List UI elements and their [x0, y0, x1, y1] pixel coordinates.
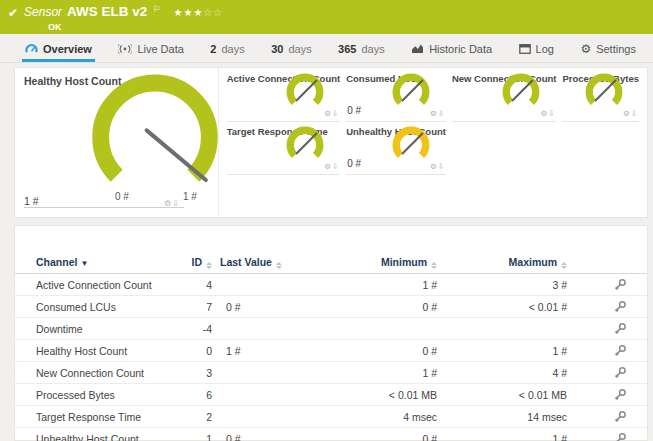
small-gauge-grid: Active Connection Count ⚙⇩ Consumed LCUs…: [219, 68, 647, 217]
column-header-maximum[interactable]: Maximum: [437, 256, 567, 269]
gauge-tile[interactable]: Target Response Time ⚙⇩: [227, 122, 340, 175]
gauge-value: 0 #: [347, 105, 361, 116]
table-row[interactable]: Downtime -4: [15, 318, 647, 340]
edit-channel-icon[interactable]: [614, 322, 627, 335]
edit-channel-icon[interactable]: [614, 300, 627, 313]
tab-live-data[interactable]: Live Data: [115, 38, 186, 62]
pin-icon[interactable]: ⇩: [332, 109, 339, 118]
channel-name: Downtime: [36, 323, 184, 335]
channel-maximum: 14 msec: [437, 411, 567, 423]
broadcast-icon: [118, 44, 132, 54]
sort-caret-icon: ▼: [80, 259, 88, 268]
channel-minimum: 0 #: [302, 433, 437, 441]
table-row[interactable]: New Connection Count 3 1 # 4 #: [15, 362, 647, 384]
table-row[interactable]: Processed Bytes 6 < 0.01 MB < 0.01 MB: [15, 384, 647, 406]
sensor-header: ✔ Sensor AWS ELB v2 ⚐ ★★★☆☆ OK: [0, 0, 653, 34]
gear-icon[interactable]: ⚙: [324, 162, 332, 171]
channel-minimum: 4 msec: [302, 411, 437, 423]
channel-name: Consumed LCUs: [36, 301, 184, 313]
channel-maximum: 1 #: [437, 433, 567, 441]
channel-name: Healthy Host Count: [36, 345, 184, 357]
gauge-needle: [512, 80, 533, 101]
priority-stars[interactable]: ★★★☆☆: [173, 6, 223, 20]
main-gauge-arc: [101, 83, 210, 176]
priority-flag-icon[interactable]: ⚐: [152, 2, 160, 16]
gauge-needle: [402, 80, 423, 101]
gauge-tile[interactable]: New Connection Count ⚙⇩: [452, 69, 557, 122]
channel-minimum: < 0.01 MB: [302, 389, 437, 401]
table-row[interactable]: Active Connection Count 4 1 # 3 #: [15, 274, 647, 296]
column-header-id[interactable]: ID: [184, 256, 212, 269]
column-header-minimum[interactable]: Minimum: [302, 256, 437, 269]
table-header-row: Channel▼ ID Last Value Minimum Maximum: [15, 251, 647, 274]
channel-id: 4: [184, 279, 212, 291]
primary-gauge-tile[interactable]: Healthy Host Count 1 # 0 # 1 # ⚙⇩: [15, 68, 219, 217]
edit-channel-icon[interactable]: [614, 344, 627, 357]
tab-label: Overview: [43, 43, 92, 55]
gear-icon[interactable]: ⚙: [623, 109, 631, 118]
table-row[interactable]: Unhealthy Host Count 1 0 # 0 # 1 #: [15, 428, 647, 441]
channel-maximum: 4 #: [437, 367, 567, 379]
gear-icon[interactable]: ⚙: [430, 109, 438, 118]
gauge-tile[interactable]: Active Connection Count ⚙⇩: [227, 69, 340, 122]
tab-365-days[interactable]: 365 days: [335, 38, 388, 62]
object-kind-label: Sensor: [24, 5, 62, 19]
edit-channel-icon[interactable]: [614, 388, 627, 401]
tab-label: 365: [338, 43, 356, 55]
pin-icon[interactable]: ⇩: [631, 109, 638, 118]
column-header-last-value[interactable]: Last Value: [212, 256, 302, 269]
edit-channel-icon[interactable]: [614, 366, 627, 379]
tab-settings[interactable]: ⚙ Settings: [577, 38, 639, 62]
tab-label: Live Data: [137, 43, 183, 55]
gauge-tile[interactable]: Consumed LCUs 0 # ⚙⇩: [346, 69, 446, 122]
table-row[interactable]: Consumed LCUs 7 0 # 0 # < 0.01 #: [15, 296, 647, 318]
gauge-needle: [296, 133, 317, 154]
channel-maximum: < 0.01 #: [437, 301, 567, 313]
channel-name: Processed Bytes: [36, 389, 184, 401]
channel-name: New Connection Count: [36, 367, 184, 379]
pin-icon[interactable]: ⇩: [548, 109, 555, 118]
channel-maximum: 1 #: [437, 345, 567, 357]
pin-icon[interactable]: ⇩: [438, 162, 445, 171]
tab-2-days[interactable]: 2 days: [207, 38, 247, 62]
table-row[interactable]: Target Response Time 2 4 msec 14 msec: [15, 406, 647, 428]
gauge-needle: [402, 133, 423, 154]
channel-minimum: 1 #: [302, 367, 437, 379]
mini-gauge: [499, 73, 543, 111]
edit-channel-icon[interactable]: [614, 432, 627, 441]
gear-icon: ⚙: [580, 42, 591, 56]
channel-id: 1: [184, 433, 212, 441]
channel-id: 6: [184, 389, 212, 401]
column-header-channel[interactable]: Channel▼: [36, 256, 184, 268]
gear-icon[interactable]: ⚙: [324, 109, 332, 118]
gauge-tile[interactable]: Processed Bytes ⚙⇩: [562, 69, 639, 122]
tab-30-days[interactable]: 30 days: [268, 38, 315, 62]
gauge-needle: [595, 80, 616, 101]
channel-id: -4: [184, 323, 212, 335]
tab-bar: Overview Live Data 2 days 30 days 365 da…: [0, 38, 653, 63]
gear-icon[interactable]: ⚙: [540, 109, 548, 118]
gauge-max-label: 1 #: [183, 191, 197, 202]
edit-channel-icon[interactable]: [614, 410, 627, 423]
mini-gauge: [582, 73, 626, 111]
channel-minimum: 0 #: [302, 345, 437, 357]
mini-gauge: [283, 126, 327, 164]
tab-log[interactable]: Log: [516, 38, 557, 62]
status-badge: OK: [48, 22, 223, 32]
pin-icon[interactable]: ⇩: [438, 109, 445, 118]
tab-label: Historic Data: [429, 43, 492, 55]
tab-historic-data[interactable]: Historic Data: [408, 38, 495, 62]
channel-last-value: 0 #: [212, 301, 302, 313]
tab-overview[interactable]: Overview: [22, 38, 95, 62]
channel-last-value: 1 #: [212, 345, 302, 357]
table-body: Active Connection Count 4 1 # 3 # Consum…: [15, 274, 647, 441]
area-chart-icon: [411, 43, 424, 54]
edit-channel-icon[interactable]: [614, 278, 627, 291]
pin-icon[interactable]: ⇩: [332, 162, 339, 171]
table-row[interactable]: Healthy Host Count 0 1 # 0 # 1 #: [15, 340, 647, 362]
channel-name: Target Response Time: [36, 411, 184, 423]
gear-icon[interactable]: ⚙: [430, 162, 438, 171]
channel-name: Unhealthy Host Count: [36, 433, 184, 441]
overview-content: Healthy Host Count 1 # 0 # 1 # ⚙⇩ Active…: [14, 67, 648, 441]
gauge-tile[interactable]: Unhealthy Host Count 0 # ⚙⇩: [346, 122, 446, 175]
